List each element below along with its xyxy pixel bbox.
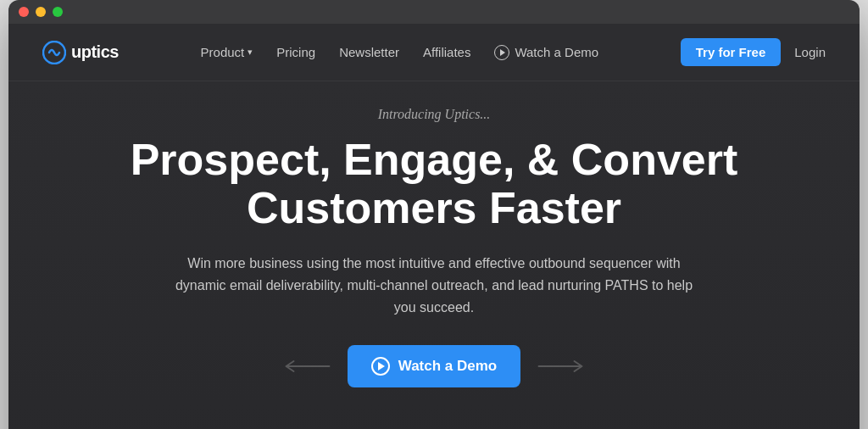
nav-watch-demo[interactable]: Watch a Demo xyxy=(494,45,598,60)
play-icon xyxy=(371,357,390,376)
minimize-button[interactable] xyxy=(36,7,46,17)
nav-links: Product ▾ Pricing Newsletter Affiliates … xyxy=(201,45,599,60)
nav-affiliates[interactable]: Affiliates xyxy=(423,45,470,59)
browser-window: uptics Product ▾ Pricing Newsletter Affi… xyxy=(8,0,860,429)
logo-text: uptics xyxy=(71,42,119,62)
play-circle-icon xyxy=(494,45,509,60)
hero-subtitle: Win more business using the most intuiti… xyxy=(171,253,697,318)
logo-icon xyxy=(42,41,66,64)
close-button[interactable] xyxy=(19,7,29,17)
nav-newsletter[interactable]: Newsletter xyxy=(339,45,399,59)
titlebar xyxy=(8,0,860,24)
chevron-down-icon: ▾ xyxy=(248,47,253,58)
left-arrow-decoration xyxy=(280,358,331,375)
watch-demo-button[interactable]: Watch a Demo xyxy=(348,345,521,387)
login-button[interactable]: Login xyxy=(794,45,826,59)
page-content: uptics Product ▾ Pricing Newsletter Affi… xyxy=(8,24,860,429)
logo-area: uptics xyxy=(42,41,119,64)
nav-product[interactable]: Product ▾ xyxy=(201,45,253,59)
try-free-button[interactable]: Try for Free xyxy=(681,38,782,66)
play-triangle xyxy=(378,362,385,370)
hero-title: Prospect, Engage, & Convert Customers Fa… xyxy=(131,136,738,232)
intro-text: Introducing Uptics... xyxy=(378,107,491,122)
features-row: ✓ One software to crush your revenue goa… xyxy=(42,415,826,429)
hero-section: Introducing Uptics... Prospect, Engage, … xyxy=(8,81,860,429)
navbar: uptics Product ▾ Pricing Newsletter Affi… xyxy=(8,24,860,81)
nav-pricing[interactable]: Pricing xyxy=(276,45,315,59)
navbar-actions: Try for Free Login xyxy=(681,38,826,66)
right-arrow-decoration xyxy=(537,358,588,375)
maximize-button[interactable] xyxy=(53,7,63,17)
cta-row: Watch a Demo xyxy=(280,345,589,387)
